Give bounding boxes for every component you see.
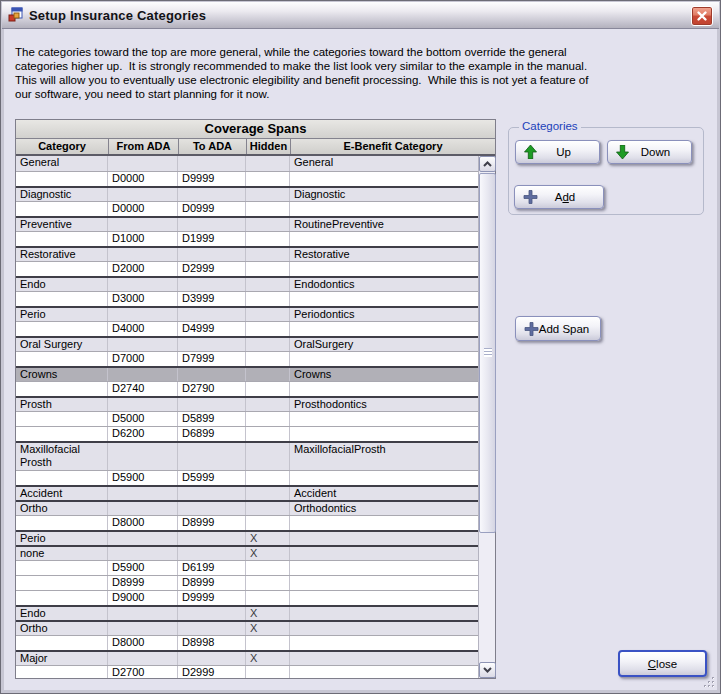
table-row[interactable]: D5000D5899 [16,411,478,426]
scrollbar-down-arrow-icon[interactable] [479,662,496,678]
cell-hidden [246,561,290,575]
column-header-ebenefit: E-Benefit Category [290,139,495,154]
cell-from [108,622,178,635]
table-row[interactable]: EndoX [16,605,478,620]
cell-category: Perio [16,308,108,321]
cell-to [178,278,246,291]
table-row[interactable]: ProsthProsthodontics [16,396,478,411]
table-row[interactable]: D1000D1999 [16,231,478,246]
table-row[interactable]: D9000D9999 [16,590,478,605]
cell-ebenefit [290,232,478,246]
table-row[interactable]: MajorX [16,650,478,665]
cell-hidden [246,487,290,500]
scrollbar-up-arrow-icon[interactable] [479,156,496,172]
cell-category: Maxillofacial Prosth [16,443,108,470]
add-span-button[interactable]: Add Span [515,316,601,341]
table-row[interactable]: D8000D8998 [16,635,478,650]
cell-category: Ortho [16,622,108,635]
cell-to: D5999 [178,471,246,485]
table-row[interactable]: Maxillofacial ProsthMaxillofacialProsth [16,441,478,470]
cell-hidden [246,636,290,650]
cell-to: D6899 [178,427,246,441]
cell-ebenefit [290,322,478,336]
app-form-icon [8,7,24,23]
cell-ebenefit [290,382,478,396]
table-row[interactable]: PerioPeriodontics [16,306,478,321]
intro-text: The categories toward the top are more g… [15,45,710,101]
cell-from [108,156,178,171]
cell-from: D0000 [108,202,178,216]
cell-hidden [246,292,290,306]
scrollbar-thumb[interactable] [479,173,496,533]
cell-ebenefit: OralSurgery [290,338,478,351]
table-row[interactable]: D7000D7999 [16,351,478,366]
table-row[interactable]: DiagnosticDiagnostic [16,186,478,201]
table-row[interactable]: D8000D8999 [16,515,478,530]
cell-to: D5899 [178,412,246,426]
cell-from [108,308,178,321]
close-button[interactable]: Close [618,650,707,677]
cell-to [178,547,246,560]
scrollbar-thumb-grip [484,348,492,357]
table-row[interactable]: PreventiveRoutinePreventive [16,216,478,231]
cell-to [178,607,246,620]
cell-ebenefit: MaxillofacialProsth [290,443,478,470]
table-row[interactable]: AccidentAccident [16,485,478,500]
table-row[interactable]: D2740D2790 [16,381,478,396]
table-row[interactable]: D5900D6199 [16,560,478,575]
add-button[interactable]: Add [514,185,604,209]
cell-to: D8999 [178,576,246,590]
up-button[interactable]: Up [515,140,600,164]
table-scrollbar[interactable] [478,156,495,678]
table-row[interactable]: RestorativeRestorative [16,246,478,261]
title-bar[interactable]: Setup Insurance Categories [2,2,719,29]
cell-to [178,338,246,351]
cell-to: D2999 [178,262,246,276]
cell-ebenefit [290,427,478,441]
cell-hidden [246,248,290,261]
cell-from [108,368,178,381]
table-row[interactable]: D4000D4999 [16,321,478,336]
table-row[interactable]: D0000D9999 [16,171,478,186]
cell-to: D0999 [178,202,246,216]
cell-hidden: X [246,532,290,545]
cell-category [16,202,108,216]
table-row[interactable]: D2700D2999 [16,665,478,678]
cell-ebenefit: Diagnostic [290,188,478,201]
close-icon[interactable] [691,6,713,26]
table-row[interactable]: D0000D0999 [16,201,478,216]
resize-grip[interactable] [702,675,716,689]
cell-hidden [246,591,290,605]
cell-to [178,532,246,545]
down-button[interactable]: Down [607,140,692,164]
cell-hidden: X [246,622,290,635]
cell-ebenefit: Crowns [290,368,478,381]
cell-category [16,576,108,590]
table-row[interactable]: D6200D6899 [16,426,478,441]
table-row[interactable]: CrownsCrowns [16,366,478,381]
table-row[interactable]: OrthoOrthodontics [16,500,478,515]
table-row[interactable]: D2000D2999 [16,261,478,276]
cell-ebenefit [290,607,478,620]
table-title: Coverage Spans [16,120,495,139]
table-row[interactable]: PerioX [16,530,478,545]
cell-hidden [246,427,290,441]
cell-category [16,232,108,246]
cell-hidden [246,368,290,381]
cell-from [108,532,178,545]
cell-ebenefit: Periodontics [290,308,478,321]
cell-hidden [246,352,290,366]
close-button-label: Close [648,658,677,670]
table-row[interactable]: OrthoX [16,620,478,635]
cell-to [178,502,246,515]
table-row[interactable]: D8999D8999 [16,575,478,590]
cell-category [16,412,108,426]
cell-category: none [16,547,108,560]
table-row[interactable]: D5900D5999 [16,470,478,485]
table-row[interactable]: D3000D3999 [16,291,478,306]
table-row[interactable]: Oral SurgeryOralSurgery [16,336,478,351]
table-row[interactable]: EndoEndodontics [16,276,478,291]
table-row[interactable]: GeneralGeneral [16,156,478,171]
table-row[interactable]: noneX [16,545,478,560]
cell-from: D9000 [108,591,178,605]
